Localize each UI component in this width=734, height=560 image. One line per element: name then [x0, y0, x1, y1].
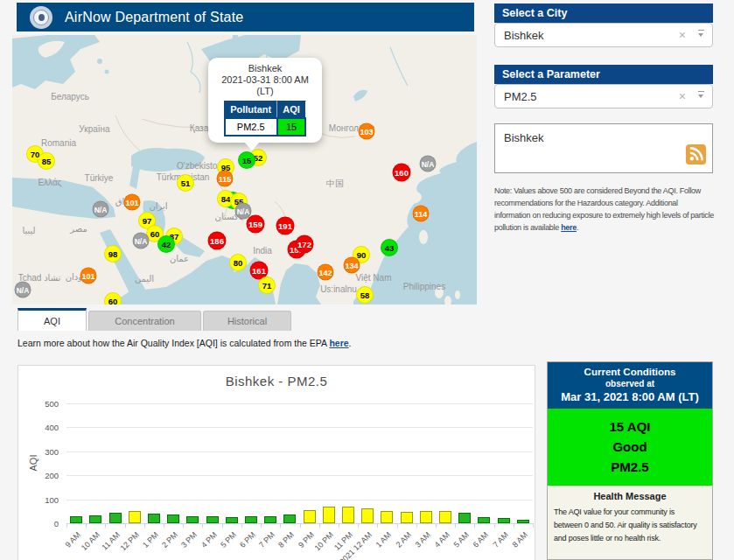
tab-concentration[interactable]: Concentration	[88, 311, 201, 331]
map-label: Us:inalnu	[320, 284, 357, 294]
chart-bar[interactable]	[420, 511, 432, 523]
parameter-value: PM2.5	[504, 90, 537, 103]
chart-bar[interactable]	[283, 514, 296, 523]
select-city-header: Select a City	[494, 4, 713, 23]
city-caret-icon[interactable]	[698, 33, 703, 37]
chart-bar[interactable]	[458, 513, 471, 523]
cc-health-text: The AQI value for your community is betw…	[554, 506, 706, 550]
note-text: Note: Values above 500 are considered Be…	[494, 185, 718, 234]
chart-bar[interactable]	[401, 512, 413, 523]
chart-bar[interactable]	[89, 515, 101, 523]
aqi-marker[interactable]: 42	[157, 235, 175, 253]
popup-aqi-value: 15	[277, 118, 306, 136]
chart-xtick	[241, 523, 242, 528]
chart-bar[interactable]	[167, 514, 179, 523]
aqi-marker[interactable]: N/A	[420, 156, 437, 172]
chart-bar[interactable]	[517, 520, 529, 523]
chart-xtick	[455, 523, 456, 528]
aqi-marker[interactable]: 15	[238, 151, 255, 169]
map-popup: Bishkek 2021-03-31 8:00 AM (LT) Pollutan…	[208, 58, 322, 143]
popup-pollutant-value: PM2.5	[225, 118, 277, 136]
chart-bar[interactable]	[381, 511, 393, 523]
chart-bar[interactable]	[148, 514, 160, 523]
chart-xtick	[377, 523, 378, 528]
aqi-marker[interactable]: 101	[80, 268, 97, 284]
chart-ytick-label: 200	[25, 471, 59, 480]
aqi-marker[interactable]: 58	[356, 286, 374, 304]
cc-datetime: Mar 31, 2021 8:00 AM (LT)	[549, 390, 710, 403]
aqi-marker[interactable]: 160	[393, 164, 411, 182]
chart-ytick-label: 400	[25, 423, 59, 432]
chart-bar[interactable]	[186, 516, 199, 523]
aqi-marker[interactable]: 80	[229, 254, 247, 271]
popup-table: Pollutant AQI PM2.5 15	[224, 101, 307, 136]
chart-bar[interactable]	[245, 516, 257, 523]
chart-xtick	[319, 523, 320, 528]
tab-aqi[interactable]: AQI	[17, 308, 87, 331]
aqi-marker[interactable]: 98	[104, 245, 122, 262]
aqi-marker[interactable]: 43	[381, 239, 398, 256]
chart-bar[interactable]	[70, 516, 82, 523]
aqi-map[interactable]: БеларусьУкраїнаRomaniaΕλλάςTürkiyeҚазақс…	[12, 35, 477, 304]
chart-bar[interactable]	[206, 516, 219, 523]
map-label: Türkiye	[85, 173, 114, 183]
aqi-marker[interactable]: 71	[258, 276, 276, 294]
aqi-marker[interactable]: 85	[38, 152, 55, 170]
chart-bar[interactable]	[361, 508, 374, 523]
aqi-marker[interactable]: 134	[344, 257, 360, 274]
chart-bar[interactable]	[478, 517, 490, 523]
aqi-marker[interactable]: 114	[413, 206, 430, 222]
tab-historical[interactable]: Historical	[203, 311, 291, 331]
chart-bar[interactable]	[109, 513, 122, 523]
aqi-marker[interactable]: 159	[247, 215, 265, 234]
app-title: AirNow Department of State	[65, 10, 243, 25]
cc-health-box: Health Message The AQI value for your co…	[548, 486, 712, 559]
popup-timezone: (LT)	[208, 86, 322, 97]
chart-bar[interactable]	[439, 511, 451, 523]
rss-icon[interactable]	[686, 144, 706, 167]
parameter-clear-icon[interactable]: ×	[679, 89, 686, 103]
aqi-marker[interactable]: 115	[217, 171, 234, 187]
chart-bar[interactable]	[323, 507, 335, 523]
cc-category: Good	[548, 437, 712, 457]
aqi-marker[interactable]: N/A	[93, 201, 109, 218]
aqi-marker[interactable]: 103	[359, 123, 375, 140]
chart-bar[interactable]	[226, 517, 238, 523]
aqi-marker[interactable]: N/A	[15, 282, 31, 298]
current-conditions-header: Current Conditions observed at Mar 31, 2…	[548, 362, 712, 409]
map-label: O'zbekiston	[177, 161, 222, 171]
city-clear-icon[interactable]: ×	[679, 28, 686, 42]
chart-ylabel: AQI	[28, 455, 38, 472]
cc-pollutant: PM2.5	[548, 457, 712, 477]
popup-col-aqi: AQI	[277, 102, 306, 119]
map-label: Беларусь	[51, 92, 89, 102]
chart-bar[interactable]	[264, 516, 276, 523]
state-department-seal-icon	[30, 6, 52, 29]
chart-bar[interactable]	[129, 511, 141, 523]
note-here-link[interactable]: here	[561, 223, 577, 232]
chart-gridline	[66, 500, 533, 500]
chart-container: Bishkek - PM2.5 AQI 01002003004005009 AM…	[17, 365, 535, 560]
aqi-marker[interactable]: 60	[104, 292, 122, 304]
parameter-caret-icon[interactable]	[698, 94, 703, 98]
chart-bar[interactable]	[342, 507, 354, 523]
aqi-marker[interactable]: 142	[318, 264, 334, 281]
city-dropdown[interactable]: Bishkek ×	[494, 23, 713, 47]
parameter-dropdown[interactable]: PM2.5 ×	[494, 84, 713, 108]
aqi-marker[interactable]: 191	[276, 217, 295, 235]
map-label: عمان	[170, 254, 189, 263]
aqi-marker[interactable]: 51	[177, 174, 194, 192]
aqi-marker[interactable]: N/A	[133, 233, 150, 249]
aqi-marker[interactable]: 186	[208, 232, 227, 250]
aqi-marker[interactable]: 101	[124, 194, 141, 211]
chart-xtick	[125, 523, 126, 528]
chart-bar[interactable]	[498, 518, 510, 523]
aqi-marker[interactable]: 172	[296, 235, 314, 254]
select-parameter-header: Select a Parameter	[494, 65, 713, 84]
chart-ytick-label: 0	[25, 519, 59, 528]
popup-city: Bishkek	[208, 63, 322, 74]
chart-xtick	[144, 523, 145, 528]
app-header: AirNow Department of State	[17, 3, 474, 32]
epa-link[interactable]: here	[329, 338, 348, 348]
chart-bar[interactable]	[304, 510, 316, 523]
